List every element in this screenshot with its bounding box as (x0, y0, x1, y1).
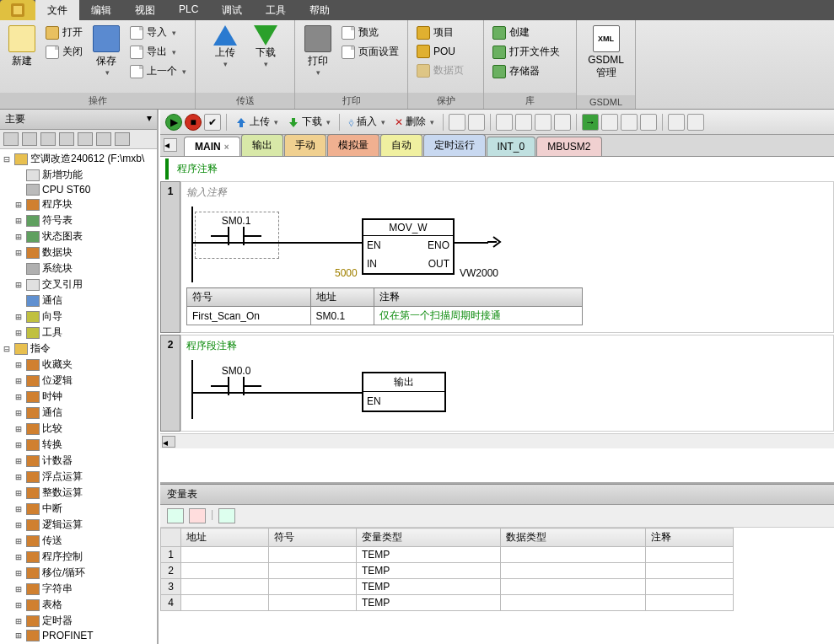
tab-auto[interactable]: 自动 (380, 134, 422, 156)
menu-plc[interactable]: PLC (167, 0, 210, 20)
export-button[interactable]: 导出▾ (126, 43, 190, 61)
tree-btn-2[interactable] (22, 132, 37, 146)
toolbar-delete[interactable]: ✕删除▾ (391, 115, 438, 129)
tree-btn-5[interactable] (78, 132, 93, 146)
tree-item[interactable]: ⊞交叉引用 (0, 276, 157, 292)
tb-misc-12[interactable] (687, 114, 704, 131)
tree-item[interactable]: 新增功能 (0, 167, 157, 183)
function-box-output[interactable]: 输出 EN (362, 372, 446, 412)
tab-manual[interactable]: 手动 (284, 134, 326, 156)
menu-view[interactable]: 视图 (123, 0, 167, 20)
input-comment[interactable]: 输入注释 (186, 184, 828, 201)
tree-instr-item[interactable]: ⊞位逻辑 (0, 373, 157, 389)
table-row[interactable]: 4TEMP (161, 595, 734, 611)
tree-btn-4[interactable] (59, 132, 74, 146)
tab-main[interactable]: MAIN× (184, 137, 240, 156)
tree-btn-7[interactable] (115, 132, 130, 146)
download-button[interactable]: 下载▾ (247, 24, 284, 70)
tb-misc-2[interactable] (468, 114, 485, 131)
function-box-movw[interactable]: MOV_W ENENO INOUT (362, 218, 455, 275)
segment-comment[interactable]: 程序段注释 (186, 337, 828, 355)
tb-misc-4[interactable] (515, 114, 532, 131)
tab-analog[interactable]: 模拟量 (327, 134, 379, 156)
tree-btn-3[interactable] (40, 132, 56, 146)
tree-instr-item[interactable]: ⊞时钟 (0, 389, 157, 405)
pagesetup-button[interactable]: 页面设置 (338, 43, 402, 61)
tree-item[interactable]: ⊞符号表 (0, 212, 157, 228)
tree-instr-item[interactable]: ⊞比较 (0, 421, 157, 437)
tree-instr-item[interactable]: ⊞传送 (0, 533, 157, 549)
tree-item[interactable]: ⊞工具 (0, 325, 157, 341)
editor-hscroll[interactable]: ◂ (160, 433, 834, 448)
contact-sm01[interactable]: SM0.1 (207, 215, 266, 245)
open-button[interactable]: 打开 (42, 24, 86, 41)
tree-instr-item[interactable]: ⊞移位/循环 (0, 565, 157, 581)
tab-mbus[interactable]: MBUSM2 (536, 137, 601, 156)
tree-instr-item[interactable]: ⊞转换 (0, 437, 157, 453)
table-row[interactable]: First_Scan_OnSM0.1仅在第一个扫描周期时接通 (187, 307, 583, 325)
gsdml-button[interactable]: XMLGSDML 管理 (588, 24, 625, 82)
var-tb-add[interactable] (167, 508, 184, 523)
toolbar-upload[interactable]: 上传▾ (232, 115, 282, 129)
param-out[interactable]: VW2000 (460, 267, 498, 279)
project-tree[interactable]: ⊟空调改造240612 (F:\mxb\ 新增功能 CPU ST60 ⊞程序块 … (0, 149, 157, 644)
tree-instr-item[interactable]: ⊞通信 (0, 405, 157, 421)
tree-btn-1[interactable] (3, 132, 19, 146)
print-button[interactable]: 打印▾ (300, 24, 335, 78)
stop-button[interactable]: ■ (185, 114, 202, 131)
tab-int0[interactable]: INT_0 (487, 137, 536, 156)
tab-scroll-left[interactable]: ◂ (164, 138, 177, 152)
tab-output[interactable]: 输出 (241, 134, 283, 156)
tree-instr-item[interactable]: ⊞中断 (0, 501, 157, 517)
panel-menu-icon[interactable]: ▾ (147, 112, 152, 126)
var-tb-misc[interactable] (218, 508, 235, 523)
tb-misc-6[interactable] (554, 114, 571, 131)
menu-file[interactable]: 文件 (35, 0, 79, 20)
tree-item[interactable]: 通信 (0, 292, 157, 309)
new-button[interactable]: 新建 (5, 24, 39, 70)
tree-instr-item[interactable]: ⊞浮点运算 (0, 469, 157, 485)
toolbar-download[interactable]: 下载▾ (284, 115, 334, 129)
tree-instructions-root[interactable]: ⊟指令 (0, 341, 157, 357)
tree-btn-6[interactable] (96, 132, 111, 146)
run-button[interactable]: ▶ (165, 114, 182, 131)
toolbar-insert[interactable]: ⎀插入▾ (345, 115, 389, 129)
save-button[interactable]: 保存▾ (89, 24, 123, 78)
tree-item[interactable]: ⊞状态图表 (0, 228, 157, 244)
variable-table[interactable]: 地址符号变量类型数据类型注释 1TEMP2TEMP3TEMP4TEMP (160, 528, 734, 611)
tree-item[interactable]: ⊞数据块 (0, 244, 157, 260)
contact-sm00[interactable]: SM0.0 (207, 365, 266, 395)
table-row[interactable]: 1TEMP (161, 547, 734, 563)
ladder-editor[interactable]: 程序注释 1 输入注释 SM0.1 MOV_W ENENO IN (160, 157, 834, 484)
tb-misc-9[interactable] (621, 114, 638, 131)
import-button[interactable]: 导入▾ (126, 24, 190, 41)
menu-debug[interactable]: 调试 (210, 0, 254, 20)
network-number[interactable]: 2 (160, 335, 180, 432)
tb-misc-5[interactable] (535, 114, 552, 131)
close-button[interactable]: 关闭 (42, 43, 86, 61)
app-icon[interactable] (0, 0, 35, 20)
tb-misc-1[interactable] (449, 114, 465, 131)
tree-instr-item[interactable]: ⊞字符串 (0, 581, 157, 597)
tree-item[interactable]: CPU ST60 (0, 183, 157, 196)
tree-item[interactable]: ⊞向导 (0, 309, 157, 325)
prev-button[interactable]: 上一个▾ (126, 62, 190, 80)
tb-misc-11[interactable] (668, 114, 685, 131)
var-tb-del[interactable] (189, 508, 206, 523)
network-number[interactable]: 1 (160, 181, 180, 333)
tb-misc-3[interactable] (496, 114, 513, 131)
preview-button[interactable]: 预览 (338, 24, 402, 41)
protect-datapage-button[interactable]: 数据页 (413, 62, 467, 79)
tb-misc-8[interactable] (601, 114, 618, 131)
tree-instr-item[interactable]: ⊞整数运算 (0, 485, 157, 501)
upload-button[interactable]: 上传▾ (207, 24, 244, 70)
menu-tools[interactable]: 工具 (254, 0, 298, 20)
table-row[interactable]: 2TEMP (161, 563, 734, 579)
protect-pou-button[interactable]: POU (413, 43, 467, 60)
tree-instr-item[interactable]: ⊞表格 (0, 597, 157, 613)
tb-misc-7[interactable]: → (582, 114, 599, 131)
lib-create-button[interactable]: 创建 (489, 24, 563, 41)
table-row[interactable]: 3TEMP (161, 579, 734, 595)
tree-instr-item[interactable]: ⊞定时器 (0, 613, 157, 629)
protect-project-button[interactable]: 项目 (413, 24, 467, 41)
